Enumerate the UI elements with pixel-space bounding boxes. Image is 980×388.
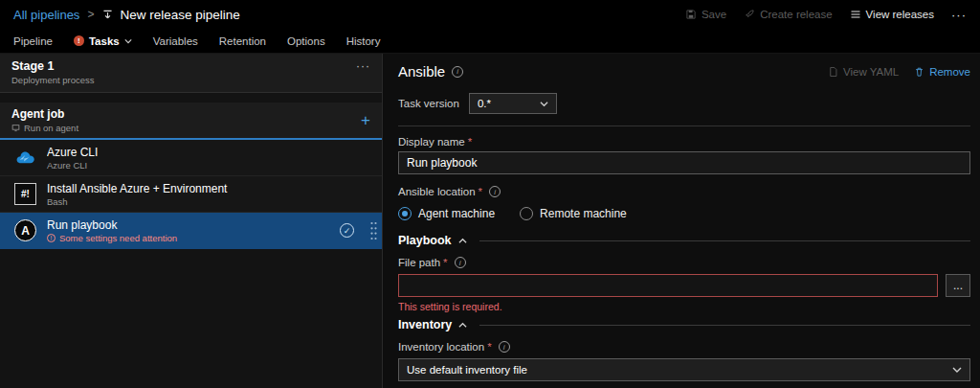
document-icon — [828, 66, 838, 78]
radio-agent-label: Agent machine — [418, 207, 495, 220]
radio-remote-label: Remote machine — [540, 207, 627, 220]
create-release-label: Create release — [760, 9, 832, 20]
task-text: Run playbook ! Some settings need attent… — [47, 218, 330, 243]
detail-actions: View YAML Remove — [828, 66, 970, 78]
stage-title: Stage 1 — [11, 59, 95, 73]
tab-retention[interactable]: Retention — [219, 35, 266, 47]
file-path-input[interactable] — [398, 274, 938, 297]
agent-job-subtitle: Run on agent — [11, 123, 78, 133]
view-releases-label: View releases — [866, 9, 934, 20]
agent-icon — [11, 124, 20, 132]
stage-card[interactable]: Stage 1 Deployment process ··· — [0, 54, 382, 93]
panel-gap — [0, 93, 382, 103]
display-name-label-text: Display name — [398, 136, 465, 148]
task-title: Run playbook — [47, 218, 330, 232]
chevron-down-icon — [124, 37, 132, 45]
azure-cli-icon — [13, 146, 37, 170]
remove-task-button[interactable]: Remove — [914, 66, 970, 78]
tab-variables[interactable]: Variables — [153, 35, 198, 47]
tab-pipeline[interactable]: Pipeline — [13, 35, 53, 47]
inventory-location-value: Use default inventory file — [407, 364, 527, 376]
task-subtitle: Bash — [47, 196, 378, 207]
required-marker: * — [443, 257, 447, 268]
ansible-location-label-text: Ansible location — [398, 186, 476, 197]
required-marker: * — [479, 186, 482, 197]
bash-icon-glyph: #! — [14, 183, 36, 205]
breadcrumb-all-pipelines[interactable]: All pipelines — [13, 8, 79, 22]
section-divider — [398, 126, 970, 126]
radio-remote-machine[interactable]: Remote machine — [520, 207, 627, 220]
info-icon[interactable]: i — [452, 66, 463, 78]
task-text: Azure CLI Azure CLI — [47, 146, 378, 171]
inventory-location-label-text: Inventory location — [398, 341, 484, 353]
view-releases-button[interactable]: View releases — [850, 9, 934, 20]
playbook-section-header[interactable]: Playbook — [398, 234, 970, 247]
required-marker: * — [468, 136, 472, 148]
inventory-location-select[interactable]: Use default inventory file — [398, 358, 970, 381]
top-header: All pipelines > New release pipeline Sav… — [0, 0, 980, 29]
radio-agent-machine[interactable]: Agent machine — [398, 207, 495, 220]
stage-tasks-panel: Stage 1 Deployment process ··· Agent job… — [0, 54, 383, 388]
task-row-install-ansible[interactable]: #! Install Ansible Azure + Environment B… — [0, 176, 382, 213]
agent-job-subtitle-label: Run on agent — [24, 123, 78, 133]
task-title: Install Ansible Azure + Environment — [47, 182, 378, 195]
file-path-error: This setting is required. — [398, 301, 970, 312]
info-icon[interactable]: i — [499, 341, 510, 353]
agent-job-text: Agent job Run on agent — [11, 107, 78, 133]
required-marker: * — [487, 341, 491, 353]
ansible-location-radios: Agent machine Remote machine — [398, 207, 970, 220]
task-row-run-playbook[interactable]: A Run playbook ! Some settings need atte… — [0, 213, 382, 249]
file-path-row: ... — [398, 274, 970, 297]
browse-button[interactable]: ... — [946, 274, 970, 297]
display-name-label: Display name * — [398, 136, 970, 148]
release-pipeline-icon — [101, 9, 114, 21]
view-yaml-label: View YAML — [843, 66, 899, 78]
save-button[interactable]: Save — [685, 9, 726, 20]
task-row-azure-cli[interactable]: Azure CLI Azure CLI — [0, 140, 382, 176]
breadcrumb-separator: > — [87, 8, 94, 21]
task-subtitle-warning: ! Some settings need attention — [47, 233, 330, 243]
task-detail-panel: Ansible i View YAML Remove Task versi — [383, 54, 980, 388]
bash-icon: #! — [13, 182, 37, 206]
inventory-location-label: Inventory location * i — [398, 341, 970, 353]
task-enabled-check-icon[interactable]: ✓ — [340, 223, 354, 238]
task-version-value: 0.* — [478, 98, 491, 109]
rocket-icon — [744, 9, 755, 20]
stage-subtitle: Deployment process — [11, 75, 95, 85]
task-version-select[interactable]: 0.* — [469, 93, 557, 114]
radio-selected-icon — [398, 207, 412, 220]
agent-job-title: Agent job — [11, 107, 78, 121]
inventory-section-title: Inventory — [398, 318, 452, 331]
add-task-button[interactable]: + — [361, 112, 370, 128]
tasks-warning-icon: ! — [74, 35, 84, 46]
radio-unselected-icon — [520, 207, 533, 220]
view-yaml-button[interactable]: View YAML — [828, 66, 899, 78]
ansible-icon-glyph: A — [14, 219, 36, 241]
file-path-label-text: File path — [398, 257, 440, 268]
agent-job-row[interactable]: Agent job Run on agent + — [0, 103, 382, 140]
create-release-button[interactable]: Create release — [744, 9, 832, 20]
tab-history[interactable]: History — [346, 35, 381, 47]
task-title: Azure CLI — [47, 146, 378, 159]
detail-header: Ansible i View YAML Remove — [398, 63, 970, 80]
ansible-location-label: Ansible location * i — [398, 186, 970, 197]
drag-handle[interactable] — [369, 219, 378, 242]
stage-more-button[interactable]: ··· — [356, 59, 370, 73]
tab-options[interactable]: Options — [287, 35, 325, 47]
header-actions: Save Create release View releases ··· — [685, 8, 967, 22]
info-icon[interactable]: i — [489, 186, 501, 197]
inventory-section-header[interactable]: Inventory — [398, 318, 970, 331]
warning-text: Some settings need attention — [59, 233, 177, 243]
info-icon[interactable]: i — [455, 257, 466, 268]
task-subtitle: Azure CLI — [47, 160, 378, 171]
trash-icon — [914, 66, 924, 78]
header-more-button[interactable]: ··· — [951, 8, 967, 22]
list-icon — [850, 9, 861, 20]
page-title: New release pipeline — [120, 8, 239, 22]
tab-bar: Pipeline ! Tasks Variables Retention Opt… — [0, 29, 980, 54]
detail-title: Ansible — [398, 63, 445, 80]
tab-tasks[interactable]: ! Tasks — [74, 35, 132, 47]
save-icon — [685, 9, 697, 20]
section-rule — [479, 240, 970, 241]
display-name-input[interactable] — [398, 151, 970, 174]
